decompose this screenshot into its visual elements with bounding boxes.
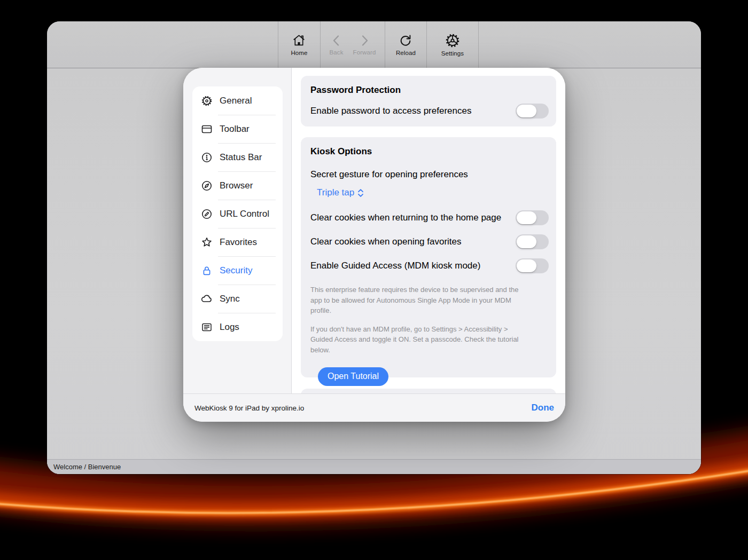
logs-icon <box>201 321 213 333</box>
back-button[interactable]: Back <box>330 34 344 56</box>
clear-cookies-home-toggle[interactable] <box>516 210 549 225</box>
toolbar-label: Forward <box>353 49 376 56</box>
home-icon <box>291 33 307 48</box>
toolbar-label: Home <box>291 50 307 56</box>
sidebar-item-label: Status Bar <box>220 152 262 163</box>
kiosk-options-card: Kiosk Options Secret gesture for opening… <box>301 137 556 377</box>
preferences-content: Password Protection Enable password to a… <box>292 68 565 393</box>
sidebar-item-label: Sync <box>220 294 240 304</box>
forward-button[interactable]: Forward <box>353 34 376 56</box>
toolbar-window-icon <box>201 123 213 135</box>
info-circle-icon <box>201 152 213 163</box>
sidebar-item-sync[interactable]: Sync <box>192 285 283 313</box>
chevron-right-icon <box>358 34 371 48</box>
gear-icon <box>445 33 461 49</box>
enable-password-toggle[interactable] <box>516 104 549 119</box>
sidebar-item-favorites[interactable]: Favorites <box>192 228 283 256</box>
guided-access-toggle[interactable] <box>516 258 549 273</box>
preferences-sidebar: General Toolbar <box>183 68 292 393</box>
preferences-sheet: General Toolbar <box>183 68 565 422</box>
open-tutorial-button[interactable]: Open Tutorial <box>318 367 388 386</box>
page-status-bar: Welcome / Bienvenue <box>47 459 701 474</box>
chevron-left-icon <box>330 34 343 48</box>
sidebar-item-label: Logs <box>220 322 239 333</box>
sidebar-item-status-bar[interactable]: Status Bar <box>192 143 283 171</box>
toolbar-label: Settings <box>441 50 464 57</box>
sidebar-item-label: Browser <box>220 180 253 191</box>
sidebar-item-security[interactable]: Security <box>192 256 283 285</box>
settings-button[interactable]: Settings <box>441 33 464 57</box>
gesture-picker-value: Triple tap <box>317 187 354 198</box>
url-pencil-icon <box>201 208 213 220</box>
guided-access-note-1: This enterprise feature requires the dev… <box>310 285 531 316</box>
chevron-up-down-icon <box>357 188 364 198</box>
page-title: Welcome / Bienvenue <box>53 463 121 471</box>
app-info-text: WebKiosk 9 for iPad by xproline.io <box>194 404 304 412</box>
clear-cookies-favorites-toggle[interactable] <box>516 234 549 249</box>
home-button[interactable]: Home <box>291 33 307 56</box>
section-title: Password Protection <box>310 85 549 96</box>
compass-icon <box>201 180 213 192</box>
sidebar-item-label: URL Control <box>220 209 269 219</box>
browser-toolbar: Home Back Forward <box>47 21 701 68</box>
next-section-card-partial <box>301 389 556 393</box>
sidebar-item-label: Favorites <box>220 237 257 248</box>
sidebar-item-label: Toolbar <box>220 124 250 135</box>
gesture-picker[interactable]: Triple tap <box>317 187 364 198</box>
row-label: Clear cookies when returning to the home… <box>310 212 501 223</box>
sidebar-item-browser[interactable]: Browser <box>192 171 283 200</box>
row-label: Enable Guided Access (MDM kiosk mode) <box>310 261 480 271</box>
gear-icon <box>201 95 213 107</box>
clear-cookies-favorites-row: Clear cookies when opening favorites <box>310 234 549 249</box>
toggle-knob <box>517 211 536 224</box>
star-icon <box>201 236 213 248</box>
secret-gesture-label: Secret gesture for opening preferences <box>310 169 549 180</box>
screen: Home Back Forward <box>0 0 748 560</box>
row-label: Enable password to access preferences <box>310 106 471 116</box>
clear-cookies-home-row: Clear cookies when returning to the home… <box>310 210 549 225</box>
reload-icon <box>398 33 413 48</box>
app-window: Home Back Forward <box>47 21 701 474</box>
done-button[interactable]: Done <box>532 403 555 413</box>
guided-access-note-2: If you don't have an MDM profile, go to … <box>310 324 531 356</box>
guided-access-row: Enable Guided Access (MDM kiosk mode) <box>310 258 549 273</box>
cloud-icon <box>200 293 213 305</box>
sidebar-item-url-control[interactable]: URL Control <box>192 200 283 228</box>
section-title: Kiosk Options <box>310 146 549 157</box>
toolbar-label: Reload <box>396 50 416 56</box>
row-label: Clear cookies when opening favorites <box>310 236 462 247</box>
sidebar-item-toolbar[interactable]: Toolbar <box>192 115 283 143</box>
sidebar-menu: General Toolbar <box>192 86 283 341</box>
sidebar-item-general[interactable]: General <box>192 86 283 115</box>
sidebar-item-label: Security <box>220 265 252 276</box>
toggle-knob <box>517 235 536 248</box>
password-protection-card: Password Protection Enable password to a… <box>301 76 556 127</box>
reload-button[interactable]: Reload <box>396 33 416 56</box>
enable-password-row: Enable password to access preferences <box>310 104 549 119</box>
lock-icon <box>201 265 213 277</box>
sheet-footer: WebKiosk 9 for iPad by xproline.io Done <box>183 393 565 422</box>
sidebar-item-logs[interactable]: Logs <box>192 313 283 341</box>
toolbar-button-cluster: Home Back Forward <box>278 21 479 68</box>
sidebar-item-label: General <box>220 96 252 106</box>
toolbar-label: Back <box>330 49 344 56</box>
toggle-knob <box>517 105 536 117</box>
toggle-knob <box>517 259 536 272</box>
